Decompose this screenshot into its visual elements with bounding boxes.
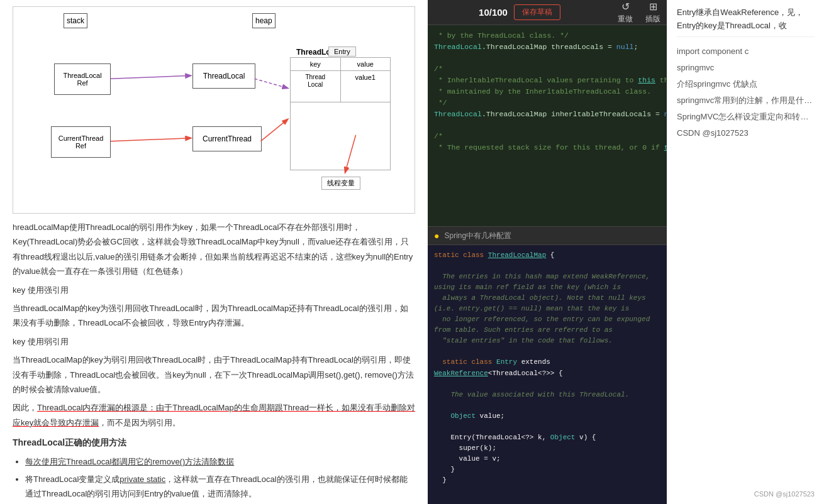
entry-value1: value1 (341, 71, 391, 102)
para2-title: key 使用强引用 (13, 283, 415, 297)
para3: 当ThreadLocalMap的key为弱引用回收ThreadLocal时，由于… (13, 353, 415, 397)
right-sidebar: Entry继承自WeakReference，见，Entry的key是Thread… (667, 0, 824, 504)
box-threadlocalref: ThreadLocal Ref (54, 63, 111, 95)
code-column: 10/100 保存草稿 ↺ 重做 ⊞ 插版 * by the ThreadLoc… (428, 0, 667, 504)
csdn-footer: CSDN @sj1027523 (754, 490, 815, 498)
bullet-list: 每次使用完ThreadLocal都调用它的remove()方法清除数据 将Thr… (25, 454, 415, 501)
para4: 因此，ThreadLocal内存泄漏的根源是：由于ThreadLocalMap的… (13, 400, 415, 430)
code-area-2: static class ThreadLocalMap { The entrie… (428, 245, 667, 504)
entry-label: Entry (328, 47, 356, 57)
right-list-item-5[interactable]: CSDN @sj1027523 (677, 125, 815, 141)
article-text: hreadLocalMap使用ThreadLocal的弱引用作为key，如果一个… (13, 220, 415, 501)
middle-toolbar: 10/100 保存草稿 ↺ 重做 ⊞ 插版 (428, 0, 667, 25)
main-layout: stack heap ThreadLocal Ref ThreadLocal C… (0, 0, 824, 504)
format-icon: ⊞ (649, 1, 657, 13)
bullet-2: 将ThreadLocal变量定义成private static，这样就一直存在T… (25, 472, 415, 501)
para4-prefix: 因此， (13, 403, 37, 412)
entry-value: value (341, 58, 391, 70)
right-list-item-0[interactable]: import component c (677, 43, 815, 60)
save-draft-button[interactable]: 保存草稿 (514, 4, 560, 20)
page-number: 10/100 (479, 7, 508, 18)
diagram-area: stack heap ThreadLocal Ref ThreadLocal C… (13, 6, 415, 214)
right-list-item-1[interactable]: springmvc (677, 60, 815, 76)
box-currentthreadref: CurrentThread Ref (51, 126, 111, 158)
svg-line-2 (111, 138, 191, 141)
right-list-item-4[interactable]: SpringMVC怎么样设定重定向和转发的 (677, 109, 815, 125)
entry-threadlocal: ThreadLocal (291, 71, 341, 102)
box-threadlocal: ThreadLocal (192, 63, 255, 89)
redo-icon: ↺ (621, 1, 630, 13)
para1: hreadLocalMap使用ThreadLocal的弱引用作为key，如果一个… (13, 220, 415, 279)
right-list-item-3[interactable]: springmvc常用到的注解，作用是什么，原理。 (677, 92, 815, 109)
heap-label: heap (252, 13, 276, 28)
para4-underlined: ThreadLocal内存泄漏的根源是：由于ThreadLocalMap的生命周… (13, 403, 415, 427)
section-divider: ● Spring中有几种配置 (428, 226, 667, 245)
bullet2-text: 将ThreadLocal变量定义成private static，这样就一直存在T… (25, 474, 408, 498)
svg-line-0 (111, 75, 191, 79)
code-area-1: * by the ThreadLocal class. */ ThreadLoc… (428, 25, 667, 226)
entry-row-data: ThreadLocal value1 (291, 71, 390, 102)
section-title: ThreadLocal正确的使用方法 (13, 435, 415, 451)
svg-line-1 (255, 79, 288, 88)
svg-line-3 (261, 119, 288, 141)
format-button[interactable]: ⊞ 插版 (645, 1, 660, 25)
para2: 当threadLocalMap的key为强引用回收ThreadLocal时，因为… (13, 301, 415, 331)
para3-title: key 使用弱引用 (13, 334, 415, 349)
right-header-text: Entry继承自WeakReference，见，Entry的key是Thread… (677, 6, 815, 37)
para4-suffix: ，而不是因为弱引用。 (99, 418, 181, 427)
entry-key: key (291, 58, 341, 70)
entry-outer: Entry key value ThreadLocal value1 (290, 57, 391, 170)
divider-text: Spring中有几种配置 (444, 231, 511, 241)
redo-button[interactable]: ↺ 重做 (618, 1, 633, 25)
right-list-item-2[interactable]: 介绍springmvc 优缺点 (677, 76, 815, 92)
box-currentthread: CurrentThread (192, 126, 262, 151)
dot-icon: ● (434, 231, 439, 241)
article-column: stack heap ThreadLocal Ref ThreadLocal C… (0, 0, 428, 504)
thread-var-label: 线程变量 (321, 177, 360, 190)
entry-row-header: key value (291, 58, 390, 71)
right-item-list: import component cspringmvc介绍springmvc 优… (677, 43, 815, 141)
stack-label: stack (64, 13, 87, 28)
bullet-1: 每次使用完ThreadLocal都调用它的remove()方法清除数据 (25, 454, 415, 469)
